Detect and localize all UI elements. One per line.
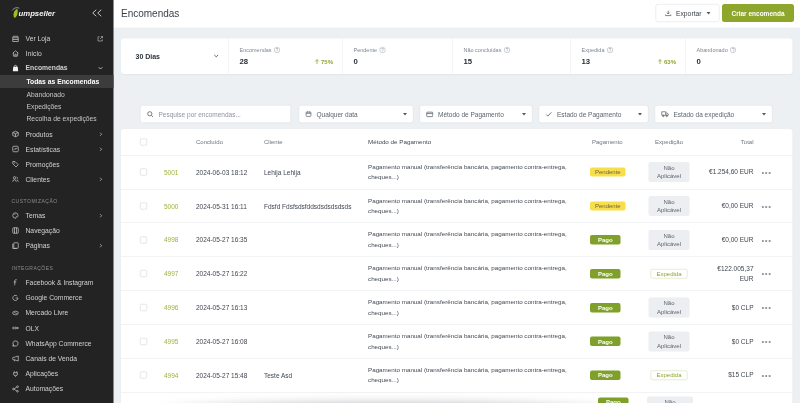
svg-text:umpseller: umpseller bbox=[19, 9, 57, 18]
